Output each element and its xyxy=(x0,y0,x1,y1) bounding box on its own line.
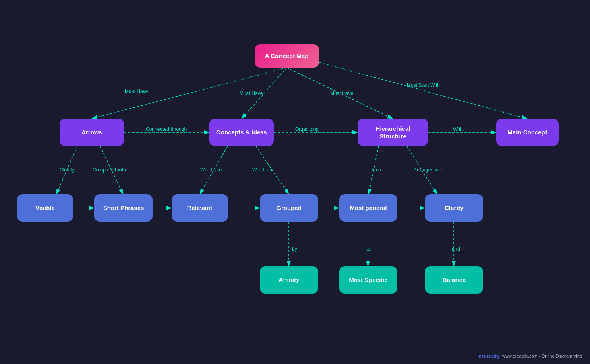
edge-label-must-have-right: Must Have xyxy=(330,90,353,96)
edge-label-which-are-left: Which are xyxy=(200,167,222,173)
edge-label-by: by xyxy=(292,246,297,252)
node-concept-map[interactable]: A Concept Map xyxy=(255,44,319,68)
edge-label-connected-through: Connected through xyxy=(146,126,187,132)
svg-line-13 xyxy=(407,146,437,194)
node-concepts-ideas[interactable]: Concepts & Ideas xyxy=(209,119,274,146)
svg-line-1 xyxy=(92,68,287,119)
watermark: creately www.creately.com • Online Diagr… xyxy=(478,353,582,359)
edge-label-must-have-left: Must Have xyxy=(125,88,148,94)
svg-line-11 xyxy=(256,146,289,194)
edge-label-completed-with: Completed with xyxy=(93,167,126,173)
edge-label-organizing: Organizing xyxy=(295,126,319,132)
edge-label-must-have-center: Must Have xyxy=(240,90,263,96)
svg-line-2 xyxy=(242,68,287,119)
edge-label-which-are-right: Which are xyxy=(252,167,274,173)
diagram-container: Must Have Must Have Must Have Must Start… xyxy=(0,0,590,364)
watermark-logo: creately xyxy=(478,353,500,359)
watermark-text: www.creately.com • Online Diagramming xyxy=(502,354,582,358)
node-grouped[interactable]: Grouped xyxy=(260,194,318,222)
node-most-general[interactable]: Most general xyxy=(339,194,397,222)
edge-label-clearly: Clearly xyxy=(60,167,75,173)
svg-line-4 xyxy=(319,62,527,119)
svg-line-3 xyxy=(287,68,393,119)
node-hierarchical-structure[interactable]: Hierarchical Structure xyxy=(358,119,428,146)
node-relevant[interactable]: Relevant xyxy=(172,194,228,222)
edge-label-to: to xyxy=(366,246,371,252)
edge-label-with: With xyxy=(453,126,463,132)
node-balance[interactable]: Balance xyxy=(425,266,483,294)
node-most-specific[interactable]: Most Specific xyxy=(339,266,397,294)
svg-line-12 xyxy=(368,146,379,194)
svg-line-8 xyxy=(56,146,77,194)
node-arrows[interactable]: Arrows xyxy=(60,119,124,146)
svg-line-10 xyxy=(200,146,228,194)
edge-label-arranged-with: Arranged with xyxy=(414,167,443,173)
node-visible[interactable]: Visible xyxy=(17,194,73,222)
edge-label-and: and xyxy=(452,246,460,252)
edge-label-from: From xyxy=(371,167,383,173)
node-affinity[interactable]: Affinity xyxy=(260,266,318,294)
node-main-concept[interactable]: Main Concept xyxy=(496,119,559,146)
node-clarity[interactable]: Clarity xyxy=(425,194,483,222)
edge-label-must-start-with: Must Start With xyxy=(407,82,440,88)
node-short-phrases[interactable]: Short Phrases xyxy=(94,194,153,222)
svg-line-9 xyxy=(100,146,123,194)
